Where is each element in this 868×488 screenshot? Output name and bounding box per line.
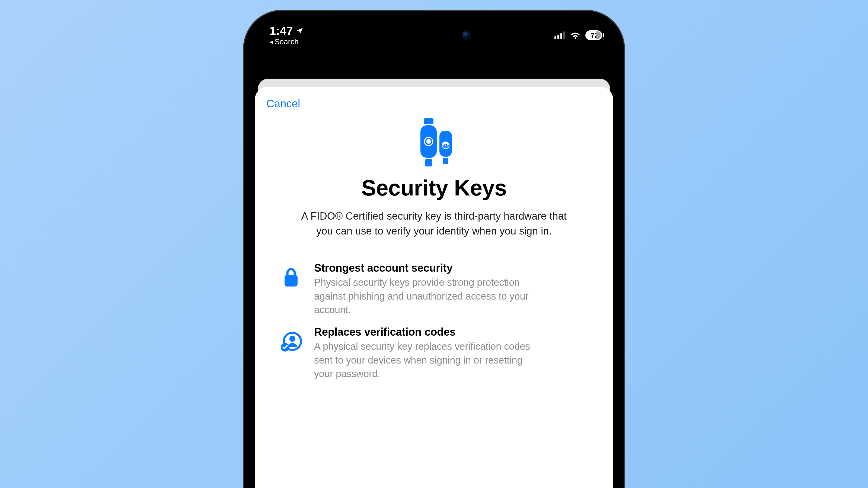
feature-list: Strongest account security Physical secu… xyxy=(266,262,602,381)
lock-icon xyxy=(282,267,300,289)
location-arrow-icon xyxy=(296,27,304,35)
sheet-subtitle: A FIDO® Certified security key is third-… xyxy=(293,209,575,238)
svg-rect-9 xyxy=(284,275,298,287)
status-time: 1:47 xyxy=(270,24,293,37)
modal-sheet: Cancel xyxy=(255,87,613,488)
sheet-title: Security Keys xyxy=(361,175,507,201)
svg-rect-0 xyxy=(424,118,433,124)
stage: 1:47 ◂ Search xyxy=(0,0,868,488)
svg-rect-8 xyxy=(443,158,448,164)
security-keys-icon xyxy=(410,117,458,171)
cellular-signal-icon xyxy=(554,31,565,39)
feature-title: Strongest account security xyxy=(314,262,536,274)
sheet-hero: Security Keys A FIDO® Certified security… xyxy=(266,113,602,238)
phone-frame: 1:47 ◂ Search xyxy=(244,11,624,488)
feature-item: Replaces verification codes A physical s… xyxy=(279,326,589,381)
battery-indicator: 72 xyxy=(585,30,602,40)
person-check-icon xyxy=(280,331,302,353)
feature-desc: Physical security keys provide strong pr… xyxy=(314,276,536,317)
svg-point-11 xyxy=(289,336,296,342)
feature-title: Replaces verification codes xyxy=(314,326,536,338)
feature-desc: A physical security key replaces verific… xyxy=(314,340,536,381)
cancel-button[interactable]: Cancel xyxy=(266,97,301,111)
chevron-left-icon: ◂ xyxy=(270,38,273,45)
dynamic-island xyxy=(391,24,477,45)
feature-item: Strongest account security Physical secu… xyxy=(279,262,589,317)
wifi-icon xyxy=(570,31,581,39)
sheet-nav: Cancel xyxy=(266,94,602,113)
screen: 1:47 ◂ Search xyxy=(250,16,618,488)
front-camera-icon xyxy=(462,30,471,40)
svg-rect-4 xyxy=(425,159,432,166)
breadcrumb-label: Search xyxy=(275,37,299,46)
breadcrumb[interactable]: ◂ Search xyxy=(270,37,304,46)
